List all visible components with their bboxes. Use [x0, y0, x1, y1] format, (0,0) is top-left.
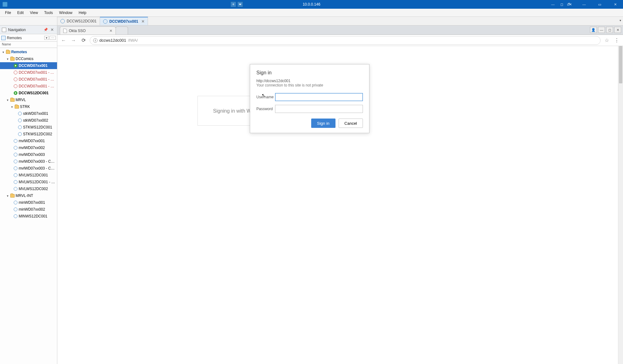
close-panel-icon[interactable]: ✕ [49, 27, 55, 32]
tree-label: MINWS12DC001 [19, 214, 56, 218]
folder-icon [10, 57, 15, 61]
tree-item[interactable]: mvlWD07xx003 - Copy - … [0, 165, 57, 172]
scrollbar-thumb[interactable] [619, 46, 622, 83]
app-tab-label: DCCWD07xx001 [109, 19, 138, 24]
tree-item[interactable]: mvlWD07xx003 [0, 151, 57, 158]
password-input[interactable] [275, 105, 363, 113]
folder-icon [10, 98, 15, 102]
signal-icon: ⏷ [237, 2, 243, 7]
host-icon [14, 173, 17, 177]
app-tab-dccwd07xx001[interactable]: DCCWD07xx001 ✕ [100, 17, 148, 25]
chevron-down-icon[interactable]: ▾ [44, 36, 49, 40]
app-tab-dccws12dc001[interactable]: DCCWS12DC001 [57, 17, 100, 25]
cancel-button[interactable]: Cancel [339, 119, 363, 128]
navigation-panel: Navigation 📌 ✕ Remotes ▾ ⋯ Name ▾ Remote… [0, 26, 57, 364]
reload-button[interactable]: ⟳ [80, 37, 87, 44]
plus-icon[interactable]: + [231, 2, 236, 7]
host-icon [18, 112, 22, 115]
forward-button[interactable]: → [70, 37, 77, 44]
menu-window[interactable]: Window [56, 9, 76, 16]
host-icon [14, 214, 17, 218]
close-icon[interactable]: ✕ [607, 0, 623, 9]
menu-file[interactable]: File [2, 9, 14, 16]
site-info-icon[interactable]: i [93, 38, 97, 43]
collapse-icon[interactable]: ▾ [6, 194, 9, 198]
tree-folder-mrvl-int[interactable]: ▾ MRVL-INT [0, 192, 57, 199]
tab-overflow-icon[interactable]: ▾ [620, 19, 621, 22]
tree-item[interactable]: DCCWS12DC001 [0, 90, 57, 96]
collapse-icon[interactable]: ▾ [1, 50, 5, 54]
tree-item[interactable]: STKWS12DC002 [0, 131, 57, 138]
tree-label: DCCWD07xx001 - Simple… [19, 84, 56, 88]
collapse-icon[interactable]: ▾ [6, 57, 9, 61]
browser-menu-icon[interactable]: ⋮ [613, 37, 621, 43]
browser-restore-icon[interactable]: ◻ [606, 27, 613, 33]
url-host: dccws12dc001 [99, 38, 126, 43]
tree-item[interactable]: mvlWD07xx003 - Copy [0, 158, 57, 165]
vertical-scrollbar[interactable] [618, 46, 623, 364]
connected-icon [14, 64, 17, 68]
tree-label: DCCWD07xx001 - Artem [19, 70, 56, 75]
tree-label: MVLWS12DC002 [19, 187, 56, 191]
browser-tab-okta[interactable]: Okta SSO ✕ [60, 26, 116, 35]
collapse-icon[interactable]: ▾ [10, 105, 14, 109]
tree-item[interactable]: mvlWD07xx002 [0, 144, 57, 151]
address-bar: ← → ⟳ i dccws12dc001/IWA/ ☆ ⋮ [57, 35, 623, 46]
close-tab-icon[interactable]: ✕ [109, 29, 112, 33]
window-title: 10.0.0.146 [303, 2, 321, 7]
folder-icon [6, 50, 10, 54]
more-icon[interactable]: ⋯ [50, 36, 56, 40]
tree-root[interactable]: ▾ Remotes [0, 49, 57, 55]
tree-label: mvlWD07xx003 [19, 152, 56, 157]
host-icon [18, 119, 22, 122]
tree-item[interactable]: minWD07xx002 [0, 206, 57, 213]
tree-folder-strk[interactable]: ▾ STRK [0, 103, 57, 110]
dialog-url: http://dccws12dc001 [256, 79, 363, 83]
minimize-icon[interactable]: — [576, 0, 592, 9]
tree-folder-dccomics[interactable]: ▾ DCComics [0, 55, 57, 62]
remotes-selector[interactable]: Remotes ▾ ⋯ [0, 34, 57, 42]
maximize-icon[interactable]: ▭ [592, 0, 607, 9]
tree-item[interactable]: MVLWS12DC001 - long user [0, 179, 57, 185]
tree-item[interactable]: MVLWS12DC001 [0, 172, 57, 179]
tree-item[interactable]: MINWS12DC001 [0, 213, 57, 220]
back-button[interactable]: ← [60, 37, 67, 44]
tree-folder-mrvl[interactable]: ▾ MRVL [0, 96, 57, 103]
user-icon[interactable]: 👤 [590, 27, 597, 33]
menu-view[interactable]: View [27, 9, 41, 16]
username-field-row: Username [256, 93, 363, 101]
tree-item[interactable]: mvlWD07xx001 [0, 138, 57, 144]
menu-help[interactable]: Help [76, 9, 90, 16]
browser-close-icon[interactable]: ✕ [614, 27, 621, 33]
tree-item[interactable]: minWD07xx001 [0, 199, 57, 206]
browser-new-tab[interactable] [116, 26, 128, 35]
tree-item[interactable]: DCCWD07xx001 - Artem [0, 69, 57, 76]
tree-item[interactable]: STKWS12DC001 [0, 124, 57, 131]
tree-label: Remotes [11, 50, 56, 54]
username-input[interactable] [275, 93, 363, 101]
browser-minimize-icon[interactable]: — [598, 27, 605, 33]
url-input[interactable]: i dccws12dc001/IWA/ [90, 36, 601, 45]
bookmark-icon[interactable]: ☆ [603, 37, 611, 43]
signin-button[interactable]: Sign in [311, 119, 335, 128]
pin-icon[interactable]: 📌 [42, 28, 49, 32]
tree-item[interactable]: DCCWD07xx001 [0, 62, 57, 69]
window-titlebar: + ⏷ 10.0.0.146 — ◻ ✕ 🗗 — ▭ ✕ [0, 0, 623, 9]
tree-item[interactable]: DCCWD07xx001 - Badgu… [0, 76, 57, 83]
remote-minimize-icon[interactable]: — [550, 2, 556, 7]
host-icon [14, 201, 17, 204]
host-icon [14, 160, 17, 163]
collapse-icon[interactable]: ▾ [6, 98, 9, 102]
http-auth-dialog: Sign in http://dccws12dc001 Your connect… [250, 64, 369, 133]
tree-label: mvlWD07xx002 [19, 146, 56, 150]
tree-item[interactable]: stkWD07xx001 [0, 110, 57, 117]
tree-item[interactable]: MVLWS12DC002 [0, 185, 57, 192]
tree-item[interactable]: stkWD07xx002 [0, 117, 57, 124]
close-tab-icon[interactable]: ✕ [141, 19, 145, 24]
menu-edit[interactable]: Edit [14, 9, 27, 16]
menu-tools[interactable]: Tools [41, 9, 56, 16]
restore-down-icon[interactable]: 🗗 [561, 0, 576, 9]
tree-item[interactable]: DCCWD07xx001 - Simple… [0, 83, 57, 90]
tree-header-name: Name [0, 42, 57, 48]
tree-label: MRVL [16, 98, 56, 102]
